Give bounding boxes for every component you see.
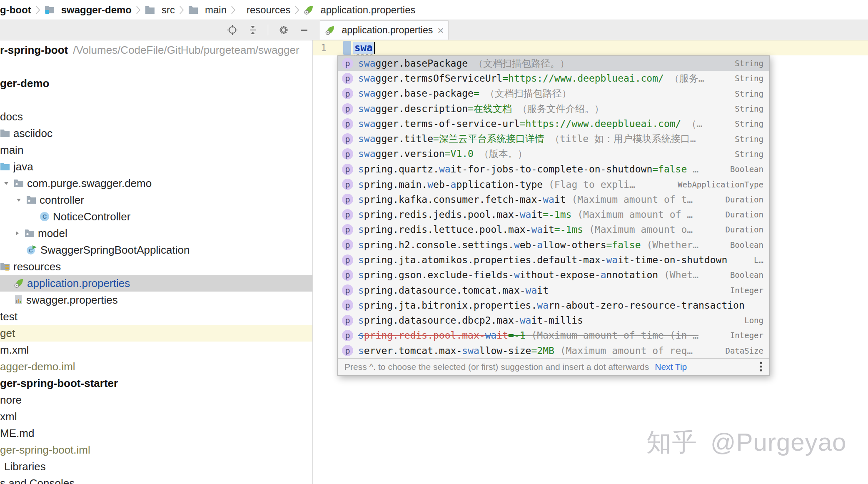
editor-active-line[interactable]: 1 swa [313, 40, 868, 55]
completion-text: swagger.base-package= （文档扫描包路径） [358, 87, 727, 100]
tree-row[interactable]: resources [0, 258, 312, 275]
tree-row[interactable]: test [0, 308, 312, 325]
completion-row[interactable]: pspring.datasource.dbcp2.max-wait-millis… [338, 313, 769, 328]
completion-row[interactable]: pswagger.termsOfServiceUrl=https://www.d… [338, 71, 769, 86]
tree-row[interactable]: CSwaggerSpringBootApplication [0, 242, 312, 258]
tree-item-label: resources [13, 260, 61, 273]
breadcrumb-item-g-boot[interactable]: g-boot [0, 4, 31, 16]
property-key-icon: p [342, 133, 353, 145]
svg-text:C: C [42, 213, 47, 220]
tree-row[interactable]: application.properties [0, 275, 312, 292]
completion-type: L… [754, 255, 763, 264]
tree-row[interactable]: swagger.properties [0, 292, 312, 308]
completion-row[interactable]: pswagger.base-package= （文档扫描包路径）String [338, 86, 769, 101]
tree-row[interactable] [0, 58, 312, 75]
completion-row[interactable]: pserver.tomcat.max-swallow-size=2MB (Max… [338, 343, 769, 358]
completion-row[interactable]: pspring.redis.pool.max-wait=-1 (Maximum … [338, 328, 769, 343]
completion-text: swagger.description=在线文档 （服务文件介绍。） [358, 102, 727, 115]
toolbar-tabbar-strip: application.properties × [0, 20, 868, 40]
completion-row[interactable]: pspring.kafka.consumer.fetch-max-wait (M… [338, 192, 769, 207]
tree-item-label: docs [0, 110, 23, 123]
completion-text: spring.main.web-application-type (Flag t… [358, 179, 670, 190]
tree-row[interactable]: get [0, 325, 312, 342]
tree-row[interactable]: s and Consoles [0, 475, 312, 484]
tab-title: application.properties [342, 25, 433, 36]
folder-package-icon [26, 196, 36, 204]
completion-row[interactable]: pspring.h2.console.settings.web-allow-ot… [338, 237, 769, 252]
tree-item-label: application.properties [27, 277, 130, 290]
completion-text: swagger.terms-of-service-url=https://www… [358, 117, 727, 130]
tree-row[interactable]: model [0, 225, 312, 242]
completion-row[interactable]: pspring.gson.exclude-fields-without-expo… [338, 267, 769, 282]
tree-row[interactable]: java [0, 158, 312, 175]
breadcrumb-item-src[interactable]: src [145, 4, 175, 16]
breadcrumb-item-resources[interactable]: resources [240, 4, 290, 16]
completion-type: Duration [725, 195, 763, 204]
breadcrumb-item-swagger-demo[interactable]: swagger-demo [45, 4, 132, 16]
completion-row[interactable]: pspring.datasource.tomcat.max-waitIntege… [338, 282, 769, 297]
tree-row[interactable]: com.purge.swagger.demo [0, 175, 312, 192]
tree-item-label: Libraries [4, 460, 46, 473]
completion-row[interactable]: pswagger.version=V1.0 （版本。）String [338, 147, 769, 162]
completion-row[interactable]: pspring.redis.lettuce.pool.max-wait=-1ms… [338, 222, 769, 237]
kebab-menu-icon[interactable] [759, 361, 763, 373]
hide-icon[interactable] [299, 25, 309, 35]
completion-type: String [735, 119, 763, 128]
tree-row[interactable]: xml [0, 408, 312, 425]
next-tip-link[interactable]: Next Tip [655, 362, 687, 372]
completion-text: spring.jta.bitronix.properties.warn-abou… [358, 300, 756, 311]
tree-collapsed-arrow-icon[interactable] [14, 230, 21, 237]
property-key-icon: p [342, 209, 353, 220]
tree-item-label: nore [0, 394, 22, 407]
tree-row[interactable]: ger-demo [0, 75, 312, 92]
completion-type: Boolean [730, 240, 763, 249]
completion-row[interactable]: pspring.jta.atomikos.properties.default-… [338, 252, 769, 267]
tree-row[interactable] [0, 92, 312, 108]
settings-icon[interactable] [278, 25, 289, 35]
module-folder-icon [45, 5, 55, 15]
property-key-icon: p [342, 118, 353, 130]
tree-expanded-arrow-icon[interactable] [3, 180, 10, 187]
tree-row[interactable]: asciidoc [0, 125, 312, 142]
tree-row[interactable]: main [0, 142, 312, 158]
folder-package-icon [25, 229, 35, 237]
tree-expanded-arrow-icon[interactable] [15, 197, 23, 203]
tab-application-properties[interactable]: application.properties × [320, 20, 449, 40]
completion-type: Long [744, 316, 763, 325]
completion-row[interactable]: pswagger.terms-of-service-url=https://ww… [338, 116, 769, 131]
completion-row[interactable]: pspring.quartz.wait-for-jobs-to-complete… [338, 162, 769, 177]
completion-row[interactable]: pspring.main.web-application-type (Flag … [338, 177, 769, 192]
tree-row[interactable]: CNoticeController [0, 208, 312, 225]
tree-row[interactable]: docs [0, 108, 312, 125]
tree-row[interactable]: controller [0, 192, 312, 208]
completion-row[interactable]: pspring.redis.jedis.pool.max-wait=-1ms (… [338, 207, 769, 222]
completion-text: spring.datasource.tomcat.max-wait [358, 285, 723, 296]
tree-row[interactable]: ger-spring-boot.iml [0, 442, 312, 458]
completion-row[interactable]: pswagger.description=在线文档 （服务文件介绍。）Strin… [338, 101, 769, 116]
completion-type: Duration [725, 210, 763, 219]
completion-text: swagger.version=V1.0 （版本。） [358, 147, 727, 160]
completion-hint-bar: Press ^. to choose the selected (or firs… [338, 358, 769, 375]
chevron-right-icon [136, 5, 141, 15]
completion-row[interactable]: pspring.jta.bitronix.properties.warn-abo… [338, 298, 769, 313]
locate-icon[interactable] [227, 25, 238, 35]
completion-row[interactable]: pswagger.title=深兰云平台系统接口详情 （title 如：用户模块… [338, 131, 769, 146]
breadcrumb-item-main[interactable]: main [188, 4, 227, 16]
class-icon: C [40, 212, 50, 222]
tree-row[interactable]: m.xml [0, 342, 312, 358]
property-key-icon: p [342, 88, 353, 99]
tree-item-label: ger-spring-boot-starter [0, 377, 118, 390]
tree-row[interactable]: ME.md [0, 425, 312, 442]
tab-close-icon[interactable]: × [437, 25, 444, 36]
tree-row[interactable]: r-spring-boot/Volumes/CodeFile/GitHub/pu… [0, 42, 312, 58]
tree-row[interactable]: nore [0, 392, 312, 408]
folder-icon [145, 6, 155, 14]
completion-row[interactable]: pswagger.basePackage （文档扫描包路径。）String [338, 56, 769, 71]
tree-row[interactable]: agger-demo.iml [0, 358, 312, 375]
tree-item-label: asciidoc [13, 127, 52, 140]
collapse-all-icon[interactable] [248, 25, 258, 35]
project-tree-panel: r-spring-boot/Volumes/CodeFile/GitHub/pu… [0, 40, 313, 484]
breadcrumb-item-application.properties[interactable]: application.properties [304, 4, 415, 16]
tree-row[interactable]: Libraries [0, 458, 312, 475]
tree-row[interactable]: ger-spring-boot-starter [0, 375, 312, 392]
